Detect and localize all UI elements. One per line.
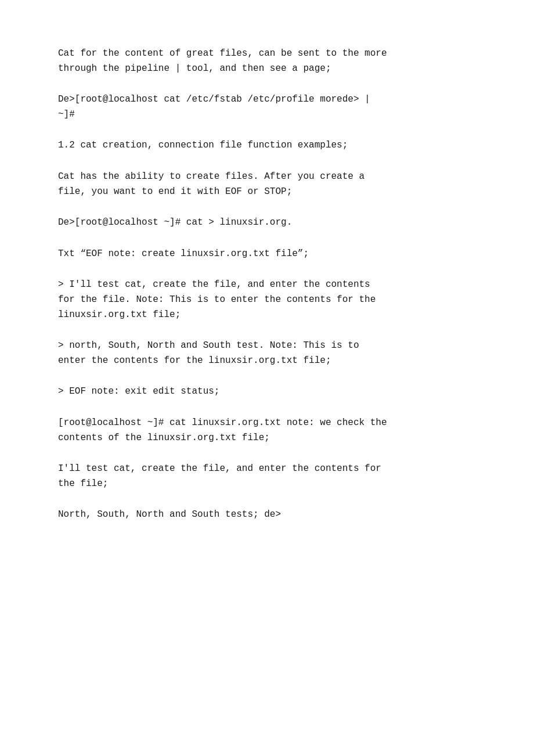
text-line: De>[root@localhost ~]# cat > linuxsir.or… (58, 215, 476, 231)
text-line: Cat for the content of great files, can … (58, 46, 476, 62)
block-11: I'll test cat, create the file, and ente… (58, 462, 476, 491)
text-line: I'll test cat, create the file, and ente… (58, 462, 476, 477)
text-line: file, you want to end it with EOF or STO… (58, 185, 476, 200)
text-line: ~]# (58, 107, 476, 123)
block-12: North, South, North and South tests; de> (58, 507, 476, 523)
text-line: contents of the linuxsir.org.txt file; (58, 431, 476, 446)
block-2: De>[root@localhost cat /etc/fstab /etc/p… (58, 92, 476, 122)
block-8: > north, South, North and South test. No… (58, 339, 476, 368)
text-line: the file; (58, 477, 476, 492)
block-5: De>[root@localhost ~]# cat > linuxsir.or… (58, 215, 476, 231)
text-line: North, South, North and South tests; de> (58, 507, 476, 523)
text-line: Txt “EOF note: create linuxsir.org.txt f… (58, 247, 476, 262)
text-line: Cat has the ability to create files. Aft… (58, 170, 476, 185)
block-6: Txt “EOF note: create linuxsir.org.txt f… (58, 247, 476, 262)
main-content: Cat for the content of great files, can … (58, 46, 476, 523)
text-line: through the pipeline | tool, and then se… (58, 62, 476, 77)
text-line: > EOF note: exit edit status; (58, 384, 476, 399)
text-line: enter the contents for the linuxsir.org.… (58, 354, 476, 369)
block-7: > I'll test cat, create the file, and en… (58, 278, 476, 322)
text-line: > I'll test cat, create the file, and en… (58, 278, 476, 293)
text-line: 1.2 cat creation, connection file functi… (58, 138, 476, 153)
text-line: for the file. Note: This is to enter the… (58, 293, 476, 308)
text-line: [root@localhost ~]# cat linuxsir.org.txt… (58, 416, 476, 431)
block-1: Cat for the content of great files, can … (58, 46, 476, 76)
block-9: > EOF note: exit edit status; (58, 384, 476, 399)
text-line: linuxsir.org.txt file; (58, 308, 476, 323)
block-4: Cat has the ability to create files. Aft… (58, 170, 476, 199)
block-3: 1.2 cat creation, connection file functi… (58, 138, 476, 153)
text-line: > north, South, North and South test. No… (58, 339, 476, 354)
block-10: [root@localhost ~]# cat linuxsir.org.txt… (58, 416, 476, 445)
text-line: De>[root@localhost cat /etc/fstab /etc/p… (58, 92, 476, 107)
